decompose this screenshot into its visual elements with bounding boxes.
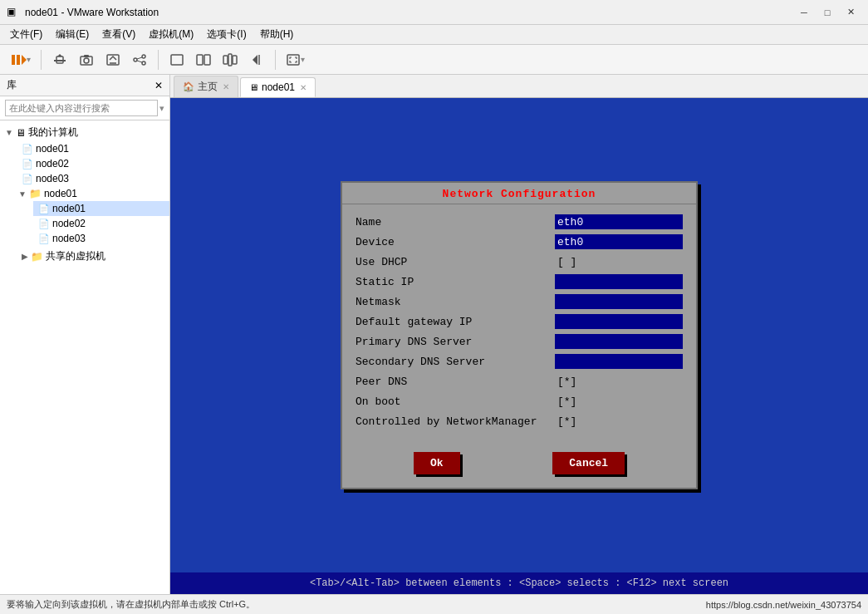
fullscreen-dropdown-arrow: ▾ [301, 55, 305, 64]
menu-vm[interactable]: 虚拟机(M) [142, 26, 200, 43]
tree-mycomputer-children: 📄 node01 📄 node02 📄 node03 [0, 141, 169, 265]
field-gateway-row: Default gateway IP [356, 314, 683, 329]
field-dns2-value[interactable] [555, 354, 683, 369]
view-multi-button[interactable] [192, 48, 215, 71]
sidebar-item-node03-1[interactable]: 📄 node03 [17, 171, 169, 186]
field-netmask-value[interactable] [555, 294, 683, 309]
node03-2-label: node03 [52, 233, 86, 244]
svg-rect-16 [171, 55, 183, 65]
field-nm-row: Controlled by NetworkManager [*] [356, 414, 683, 429]
dialog-cancel-button[interactable]: Cancel [552, 452, 625, 474]
node01-2-label: node01 [52, 203, 86, 214]
svg-rect-1 [17, 55, 20, 65]
field-name-value[interactable]: eth0 [555, 214, 683, 229]
vm-icon: 📄 [38, 204, 50, 214]
close-button[interactable]: ✕ [840, 4, 861, 21]
vm-screen[interactable]: Network Configuration Name eth0 Device e… [170, 98, 868, 572]
svg-line-15 [137, 61, 142, 62]
sidebar-item-node02-2[interactable]: 📄 node02 [33, 216, 169, 231]
svg-rect-0 [12, 55, 15, 65]
tree-node01-children: 📄 node01 📄 node02 📄 node03 [17, 201, 169, 246]
snapshot-icon [79, 53, 94, 66]
field-dns1-row: Primary DNS Server [356, 334, 683, 349]
svg-rect-18 [204, 55, 210, 65]
svg-point-12 [142, 55, 145, 58]
field-dns2-label: Secondary DNS Server [356, 356, 555, 368]
field-staticip-value[interactable] [555, 274, 683, 289]
vm-area: Network Configuration Name eth0 Device e… [170, 98, 868, 594]
sidebar-item-node02-1[interactable]: 📄 node02 [17, 156, 169, 171]
toolbar: ▾ [0, 45, 868, 75]
sidebar-search-input[interactable] [5, 100, 158, 116]
view-stretch-button[interactable] [218, 48, 242, 71]
tree-node01-parent-header[interactable]: ▼ 📁 node01 [17, 186, 169, 201]
pause-button[interactable]: ▾ [7, 48, 34, 71]
field-staticip-label: Static IP [356, 276, 555, 288]
node01-tab-icon: 🖥 [249, 82, 258, 92]
menu-edit[interactable]: 编辑(E) [49, 26, 96, 43]
view-single-button[interactable] [165, 48, 189, 71]
suspend-button[interactable] [101, 48, 125, 71]
pause-icon [10, 53, 27, 66]
sidebar-item-shared[interactable]: ▶ 📁 共享的虚拟机 [17, 248, 169, 265]
view-left-button[interactable] [245, 48, 268, 71]
field-nm-value[interactable]: [*] [555, 414, 683, 429]
menu-help[interactable]: 帮助(H) [253, 26, 301, 43]
vm-hint-text: <Tab>/<Alt-Tab> between elements : <Spac… [310, 577, 728, 589]
view-multi-icon [196, 53, 211, 66]
dialog-body: Name eth0 Device eth0 Use DHCP [342, 204, 696, 444]
svg-rect-17 [197, 55, 203, 65]
field-dhcp-row: Use DHCP [ ] [356, 254, 683, 269]
tab-home[interactable]: 🏠 主页 ✕ [174, 76, 238, 97]
tabbar: 🏠 主页 ✕ 🖥 node01 ✕ [170, 75, 868, 98]
statusbar-left: 要将输入定向到该虚拟机，请在虚拟机内部单击或按 Ctrl+G。 [7, 598, 255, 611]
tab-node01-close[interactable]: ✕ [300, 83, 306, 92]
sidebar-item-node01-1[interactable]: 📄 node01 [17, 141, 169, 156]
svg-rect-24 [287, 55, 299, 65]
node01-expand-icon: ▼ [18, 189, 27, 199]
sidebar-item-node03-2[interactable]: 📄 node03 [33, 231, 169, 246]
field-dhcp-value[interactable]: [ ] [555, 254, 683, 269]
share-button[interactable] [128, 48, 151, 71]
field-netmask-label: Netmask [356, 296, 555, 308]
minimize-button[interactable]: ─ [793, 4, 815, 21]
tree-mycomputer-header[interactable]: ▼ 🖥 我的计算机 [0, 124, 169, 141]
send-icon [52, 53, 67, 66]
vm-icon: 📄 [22, 174, 33, 184]
field-peerdns-value[interactable]: [*] [555, 374, 683, 389]
sidebar-item-node01-2[interactable]: 📄 node01 [33, 201, 169, 216]
field-onboot-label: On boot [356, 395, 555, 408]
snapshot-button[interactable] [75, 48, 98, 71]
field-device-value[interactable]: eth0 [555, 234, 683, 249]
home-tab-icon: 🏠 [183, 81, 194, 92]
field-onboot-row: On boot [*] [356, 394, 683, 409]
body-area: 库 ✕ ▾ ▼ 🖥 我的计算机 📄 [0, 75, 868, 594]
tab-home-close[interactable]: ✕ [223, 82, 229, 91]
field-gateway-value[interactable] [555, 314, 683, 329]
menu-file[interactable]: 文件(F) [3, 26, 49, 43]
fullscreen-button[interactable]: ▾ [282, 48, 308, 71]
menu-view[interactable]: 查看(V) [96, 26, 142, 43]
tab-node01[interactable]: 🖥 node01 ✕ [240, 77, 316, 97]
svg-point-7 [84, 58, 89, 63]
field-netmask-row: Netmask [356, 294, 683, 309]
network-config-dialog: Network Configuration Name eth0 Device e… [341, 181, 698, 489]
svg-rect-3 [54, 60, 66, 61]
field-name-label: Name [356, 216, 555, 228]
sidebar-close-button[interactable]: ✕ [154, 80, 163, 91]
menu-tabs[interactable]: 选项卡(I) [200, 26, 253, 43]
dialog-ok-button[interactable]: Ok [414, 452, 460, 474]
field-dns1-value[interactable] [555, 334, 683, 349]
node01-folder-icon: 📁 [29, 188, 42, 199]
content-area: 🏠 主页 ✕ 🖥 node01 ✕ Network Configuration [170, 75, 868, 594]
view-single-icon [169, 53, 184, 66]
field-name-row: Name eth0 [356, 214, 683, 229]
send-button[interactable] [48, 48, 71, 71]
mycomputer-label: 我的计算机 [28, 125, 78, 140]
node02-2-label: node02 [52, 218, 86, 229]
maximize-button[interactable]: □ [817, 4, 838, 21]
field-onboot-value[interactable]: [*] [555, 394, 683, 409]
sidebar-title: 库 [7, 78, 17, 92]
vm-hint-bar: <Tab>/<Alt-Tab> between elements : <Spac… [170, 572, 868, 594]
share-icon [132, 53, 147, 66]
